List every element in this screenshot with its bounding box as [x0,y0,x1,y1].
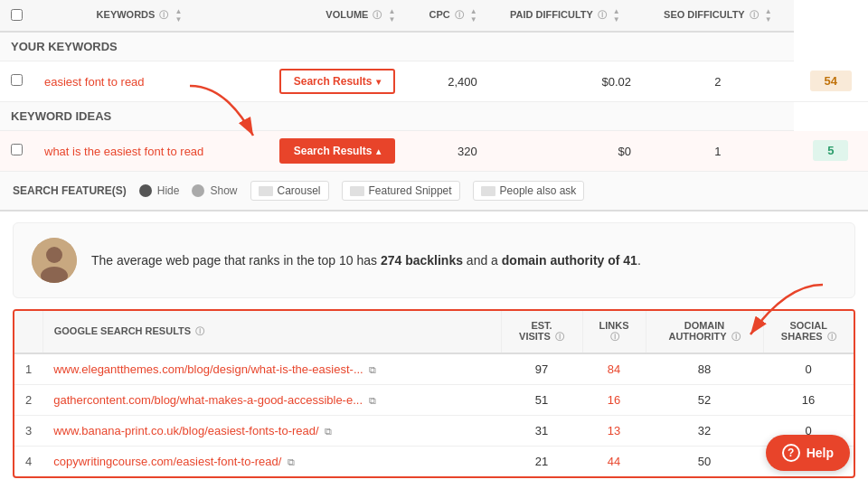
da-1: 88 [646,353,763,385]
links-2: 16 [582,385,646,416]
dropdown-arrow-active-icon: ▴ [376,146,381,156]
google-search-results-header: GOOGLE SEARCH RESULTS ⓘ [42,311,501,353]
people-also-ask-feature[interactable]: People also ask [473,181,585,201]
links-4: 44 [582,447,646,477]
visits-4: 21 [501,447,582,477]
rank-4: 4 [14,447,42,477]
result-url-1[interactable]: www.elegantthemes.com/blog/design/what-i… [53,362,363,376]
result-url-2[interactable]: gathercontent.com/blog/what-makes-a-good… [53,393,363,407]
show-toggle: Show [192,184,237,197]
search-results-button[interactable]: Search Results ▾ [279,69,396,94]
your-keywords-section: YOUR KEYWORDS [0,32,868,61]
keyword-idea-link[interactable]: what is the easiest font to read [44,145,203,158]
row-checkbox[interactable] [11,144,23,155]
carousel-feature[interactable]: Carousel [250,181,329,201]
rank-2: 2 [14,385,42,416]
volume-sort[interactable]: ▲▼ [389,7,396,24]
help-button[interactable]: ? Help [766,435,850,471]
da-3: 32 [646,416,763,447]
cpc-sort[interactable]: ▲▼ [470,7,477,24]
url-cell-2: gathercontent.com/blog/what-makes-a-good… [42,385,501,416]
domain-authority-header: DOMAIN AUTHORITY ⓘ [646,311,763,353]
volume-header: VOLUME ⓘ ▲▼ [245,0,406,32]
svg-point-2 [46,247,62,263]
links-header: LINKS ⓘ [582,311,646,353]
keyword-idea-cell: what is the easiest font to read [33,131,245,172]
table-row: 2 gathercontent.com/blog/what-makes-a-go… [14,385,854,416]
links-1: 84 [582,353,646,385]
table-row: 3 www.banana-print.co.uk/blog/easiest-fo… [14,416,854,447]
external-link-icon: ⧉ [288,456,295,467]
social-1: 0 [763,353,854,385]
hide-toggle: Hide [139,184,180,197]
links-3: 13 [582,416,646,447]
results-table: GOOGLE SEARCH RESULTS ⓘ EST.VISITS ⓘ LIN… [14,311,854,476]
help-icon: ? [782,444,800,462]
avatar [32,238,77,283]
row-checkbox[interactable] [11,74,23,86]
paid-diff-value: 2 [642,61,794,102]
da-4: 50 [646,447,763,477]
keyword-idea-volume: 320 [406,131,487,172]
table-row: 1 www.elegantthemes.com/blog/design/what… [14,353,854,385]
cpc-value: $0.02 [488,61,642,102]
table-row: 4 copywritingcourse.com/easiest-font-to-… [14,447,854,477]
url-cell-3: www.banana-print.co.uk/blog/easiest-font… [42,416,501,447]
hide-dot-icon [139,184,152,197]
result-url-4[interactable]: copywritingcourse.com/easiest-font-to-re… [53,455,281,468]
featured-snippet-icon [350,186,364,196]
paid-difficulty-header: PAID DIFFICULTY ⓘ ▲▼ [488,0,642,32]
rank-3: 3 [14,416,42,447]
visits-3: 31 [501,416,582,447]
seo-difficulty-header: SEO DIFFICULTY ⓘ ▲▼ [642,0,794,32]
info-text: The average web page that ranks in the t… [91,253,641,268]
est-visits-header: EST.VISITS ⓘ [501,311,582,353]
people-also-ask-icon [481,186,495,196]
result-url-3[interactable]: www.banana-print.co.uk/blog/easiest-font… [53,424,318,437]
carousel-icon [259,186,273,196]
select-all-header[interactable] [0,0,33,32]
keyword-idea-seo-diff: 5 [794,131,868,172]
keyword-idea-btn-cell: Search Results ▴ [245,131,406,172]
volume-value: 2,400 [406,61,487,102]
visits-2: 51 [501,385,582,416]
seo-diff-value: 54 [794,61,868,102]
keyword-link[interactable]: easiest font to read [44,75,145,89]
url-cell-1: www.elegantthemes.com/blog/design/what-i… [42,353,501,385]
external-link-icon: ⧉ [369,364,376,375]
results-section: GOOGLE SEARCH RESULTS ⓘ EST.VISITS ⓘ LIN… [13,309,855,478]
keyword-cell: easiest font to read [33,61,245,102]
keywords-table: KEYWORDS ⓘ ▲▼ VOLUME ⓘ ▲▼ CPC ⓘ ▲▼ PAID … [0,0,868,172]
seo-sort[interactable]: ▲▼ [765,7,772,24]
dropdown-arrow-icon: ▾ [376,77,381,87]
paid-sort[interactable]: ▲▼ [613,7,620,24]
external-link-icon: ⧉ [325,426,332,437]
social-shares-header: SOCIAL SHARES ⓘ [763,311,854,353]
keywords-sort[interactable]: ▲▼ [175,7,183,24]
search-results-active-button[interactable]: Search Results ▴ [279,138,396,164]
da-2: 52 [646,385,763,416]
cpc-header: CPC ⓘ ▲▼ [406,0,487,32]
keywords-header: KEYWORDS ⓘ ▲▼ [33,0,245,32]
keyword-idea-cpc: $0 [488,131,642,172]
volume-cell: Search Results ▾ [245,61,406,102]
table-row: easiest font to read Search Results ▾ 2,… [0,61,868,102]
keyword-ideas-section: KEYWORD IDEAS [0,102,868,131]
show-dot-icon [192,184,204,197]
keyword-idea-paid-diff: 1 [642,131,794,172]
visits-1: 97 [501,353,582,385]
rank-header [14,311,42,353]
info-box: The average web page that ranks in the t… [13,222,855,298]
search-features-bar: SEARCH FEATURE(S) Hide Show Carousel Fea… [0,172,868,212]
table-row: what is the easiest font to read Search … [0,131,868,172]
url-cell-4: copywritingcourse.com/easiest-font-to-re… [42,447,501,477]
external-link-icon: ⧉ [369,395,376,406]
featured-snippet-feature[interactable]: Featured Snippet [342,181,460,201]
social-2: 16 [763,385,854,416]
select-all-checkbox[interactable] [11,9,23,21]
rank-1: 1 [14,353,42,385]
